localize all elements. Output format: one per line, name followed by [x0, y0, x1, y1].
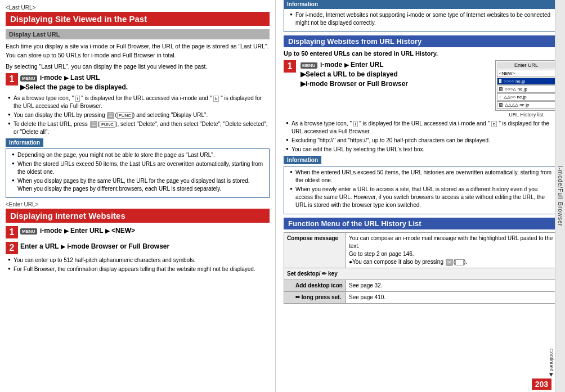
info-bullet-2: When the stored URLs exceed 50 items, th… — [12, 160, 266, 176]
func-icon-2: ☰ — [90, 121, 97, 128]
step-r-imode: i-mode — [320, 61, 342, 69]
url-history-image-container: Enter URL <NEW> i○○○○ ne.jp b○○○△ ne.jp … — [495, 60, 557, 118]
display-last-url-header: Display Last URL — [6, 29, 270, 39]
step-1-right-content: MENU i-mode ▶ Enter URL ▶Select a URL to… — [301, 60, 408, 88]
step-1b-content: MENU i-mode ▶ Enter URL ▶ <NEW> — [20, 226, 270, 236]
arrow-2: ▶ — [61, 244, 65, 250]
compose-bullet: ●You can compose it also by pressing ✉( … — [349, 259, 467, 265]
url-history-caption: URL History list — [495, 112, 557, 118]
url-bullet-2: Excluding "http://" and "https://", up t… — [286, 137, 557, 145]
step-1b: 1 MENU i-mode ▶ Enter URL ▶ <NEW> — [6, 226, 270, 238]
bullet-1: As a browse type icon, " i " is displaye… — [8, 94, 270, 110]
info-bullet-1: Depending on the page, you might not be … — [12, 151, 266, 159]
url-bullet-1: As a browse type icon, " i " is displaye… — [286, 120, 557, 136]
info-content-2: When the entered URLs exceed 50 items, t… — [284, 166, 557, 214]
step-1b-text: MENU i-mode ▶ Enter URL ▶ <NEW> — [20, 226, 270, 236]
func-row-set-desktop: Set desktop/ ✏ key — [284, 268, 557, 280]
info2-bullet-2: When you newly enter a URL to access a s… — [290, 186, 553, 209]
func-value-compose: You can compose an i-mode mail message w… — [346, 233, 557, 268]
step-r-browser: ▶i-mode Browser or Full Browser — [301, 80, 408, 88]
step-2-content: Enter a URL ▶ i-mode Browser or Full Bro… — [20, 242, 270, 251]
top-info-label: Information — [284, 0, 557, 8]
step-2: 2 Enter a URL ▶ i-mode Browser or Full B… — [6, 242, 270, 254]
url-row-new: <NEW> — [497, 70, 555, 77]
info2-bullets: When the entered URLs exceed 50 items, t… — [290, 169, 553, 209]
continued-label: Continued ▶ — [549, 348, 554, 377]
info-label-2: Information — [284, 156, 321, 164]
step-1-right-text: MENU i-mode ▶ Enter URL ▶Select a URL to… — [301, 60, 408, 88]
menu-icon: MENU — [20, 75, 37, 82]
step-2-browser: i-mode Browser or Full Browser — [67, 242, 169, 250]
url-row-1: i○○○○ ne.jp — [497, 78, 555, 85]
url-row-2: b○○○△ ne.jp — [497, 85, 555, 93]
step-1-last-url: 1 MENU i-mode ▶ Last URL ▶Select the pag… — [6, 73, 270, 92]
func-label-compose: Compose message — [284, 233, 346, 268]
top-info-bullet-1: For i-mode, Internet websites not suppor… — [290, 11, 553, 27]
left-column: <Last URL> Displaying Site Viewed in the… — [0, 0, 276, 392]
func-menu-table: Compose message You can compose an i-mod… — [284, 232, 557, 304]
func-row-long-press: ✏ long press set. See page 410. — [284, 292, 557, 304]
step-r-select: ▶Select a URL to be displayed — [301, 70, 398, 78]
step-2-enter: Enter a URL — [20, 242, 59, 250]
top-info-content: For i-mode, Internet websites not suppor… — [284, 8, 557, 32]
step-1b-enter-url: Enter URL — [70, 227, 103, 235]
func-label-long-press: ✏ long press set. — [284, 292, 346, 304]
step-number-1: 1 — [6, 73, 18, 85]
bullet-3: To delete the Last URL, press ☰(FUNC), s… — [8, 120, 270, 136]
step-number-1b: 1 — [6, 226, 18, 238]
step-1b-new: <NEW> — [111, 227, 135, 235]
step-1-last-url-label: Last URL — [70, 74, 100, 82]
body-text-1: Each time you display a site via i-mode … — [6, 42, 270, 60]
func-label-add-desktop: Add desktop icon — [284, 280, 346, 292]
arrow-1b: ▶ — [64, 228, 69, 234]
sidebar-label: i-mode/Full Browser — [555, 0, 565, 392]
menu-icon-2: MENU — [20, 228, 37, 235]
func-icon-1: ☰ — [107, 112, 114, 119]
last-url-bullets: As a browse type icon, " i " is displaye… — [8, 94, 270, 136]
info-bullet-3: When you display pages by the same URL, … — [12, 177, 266, 193]
enter-bullet-1: You can enter up to 512 half-pitch alpha… — [8, 256, 270, 264]
step-1-right: 1 MENU i-mode ▶ Enter URL ▶Select a URL … — [284, 60, 557, 118]
top-info-bullets: For i-mode, Internet websites not suppor… — [290, 11, 553, 27]
arrow-1b-2: ▶ — [105, 228, 110, 234]
body-text-2: By selecting "Last URL", you can display… — [6, 62, 270, 71]
func-value-add-desktop: See page 32. — [346, 280, 557, 292]
step-1b-imode: i-mode — [40, 227, 62, 235]
bullet-2: You can display the URL by pressing ☰(FU… — [8, 111, 270, 119]
func-menu-header: Function Menu of the URL History List — [284, 218, 557, 229]
url-bullet-3: You can edit the URL by selecting the UR… — [286, 146, 557, 154]
step-r-enter-url: Enter URL — [351, 61, 384, 69]
enter-url-tag: <Enter URL> — [6, 201, 270, 208]
last-url-title: Displaying Site Viewed in the Past — [6, 12, 270, 26]
url-history-bullets: As a browse type icon, " i " is displaye… — [286, 120, 557, 154]
func-label-set-desktop: Set desktop/ ✏ key — [284, 268, 557, 280]
last-url-tag: <Last URL> — [6, 4, 270, 11]
info2-bullet-1: When the entered URLs exceed 50 items, t… — [290, 169, 553, 184]
page-number: 203 — [532, 379, 551, 390]
displaying-websites-header: Displaying Websites from URL History — [284, 35, 557, 47]
up-to-text: Up to 50 entered URLs can be stored in U… — [284, 50, 557, 57]
right-column: Information For i-mode, Internet website… — [276, 0, 565, 392]
step-1-content: MENU i-mode ▶ Last URL ▶Select the page … — [20, 73, 270, 92]
info-bullets-1: Depending on the page, you might not be … — [12, 151, 266, 193]
step-1-imode: i-mode — [40, 74, 62, 82]
step-number-2: 2 — [6, 242, 18, 254]
mail-icon: ✉ — [446, 259, 453, 266]
info-content-1: Depending on the page, you might not be … — [6, 148, 270, 198]
step-2-text: Enter a URL ▶ i-mode Browser or Full Bro… — [20, 242, 270, 251]
url-row-3: i△△○○ ne.jp — [497, 93, 555, 101]
enter-bullet-2: For Full Browser, the confirmation displ… — [8, 265, 270, 273]
func-row-compose: Compose message You can compose an i-mod… — [284, 233, 557, 268]
step-1-text: MENU i-mode ▶ Last URL ▶Select the page … — [20, 73, 270, 92]
func-value-long-press: See page 410. — [346, 292, 557, 304]
img-title: Enter URL — [497, 62, 555, 69]
enter-url-bullets: You can enter up to 512 half-pitch alpha… — [8, 256, 270, 273]
arrow-r1: ▶ — [344, 62, 349, 68]
enter-url-title: Displaying Internet Websites — [6, 209, 270, 223]
info-label-1: Information — [6, 138, 43, 147]
url-row-4: b△△△△ ne.jp — [497, 101, 555, 109]
func-row-add-desktop: Add desktop icon See page 32. — [284, 280, 557, 292]
right-content: Information For i-mode, Internet website… — [281, 0, 559, 304]
arrow-1: ▶ — [64, 75, 69, 81]
step-number-1-right: 1 — [284, 60, 296, 73]
